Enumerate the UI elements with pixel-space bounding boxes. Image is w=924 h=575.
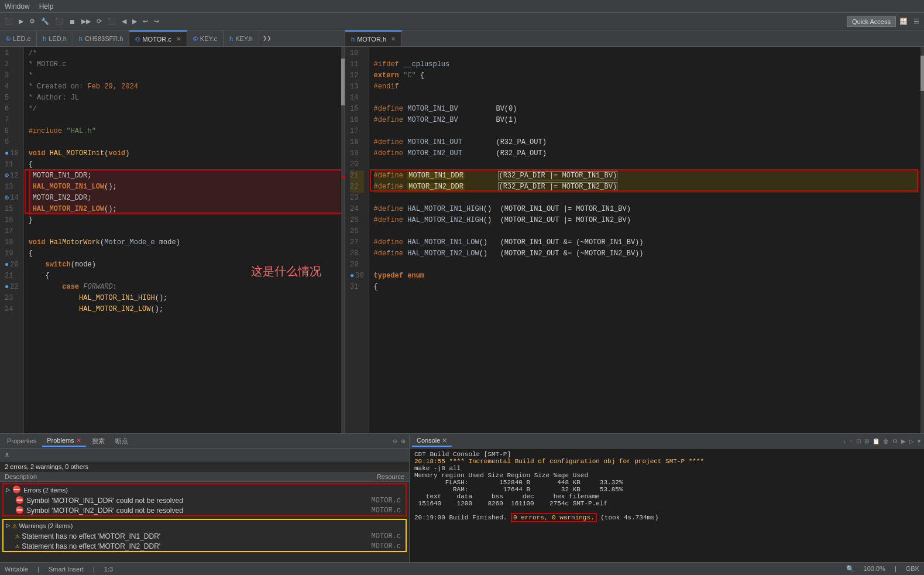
console-btn-2[interactable]: ⊞: [863, 437, 870, 446]
problems-tabbar: Properties Problems ✕ 搜索 断点 ⊖ ⊕: [0, 434, 409, 449]
right-editor: h MOTOR.h ✕ 10 11 12 13 14 15 16: [345, 30, 924, 433]
toolbar-btn-3[interactable]: ⚙: [27, 16, 37, 26]
toolbar-btn-12[interactable]: ↩: [140, 16, 150, 26]
console-output[interactable]: CDT Build Console [SMT-P] 20:18:55 **** …: [410, 449, 924, 562]
toolbar-btn-2[interactable]: ▶: [16, 16, 26, 26]
breakpoints-tab[interactable]: 断点: [111, 436, 133, 447]
toolbar-btn-4[interactable]: 🔧: [39, 16, 51, 26]
toolbar-btn-5[interactable]: ⬛: [53, 16, 66, 26]
console-finish-line: 20:19:00 Build Finished. 0 errors, 0 war…: [414, 514, 919, 521]
line-numbers-right: 10 11 12 13 14 15 16 17 18 19 20 21 22 2…: [345, 47, 369, 433]
toolbar-btn-1[interactable]: ⬛: [2, 16, 15, 26]
tab-overflow[interactable]: ❯❯: [259, 30, 274, 46]
quick-access-button[interactable]: Quick Access: [847, 16, 896, 27]
file-icon-2: h: [43, 35, 46, 42]
build-result-highlight: 0 errors, 0 warnings.: [511, 513, 597, 522]
console-close-icon[interactable]: ✕: [442, 437, 447, 444]
console-btn-4[interactable]: 🗑: [882, 437, 890, 446]
console-btn-1[interactable]: ⊡: [855, 437, 862, 446]
motor-c-content[interactable]: 1 2 3 4 5 6 7 8 9 ●10 11 ⚙12 13 ⚙14: [0, 47, 345, 433]
problems-tab[interactable]: Problems ✕: [42, 436, 86, 447]
left-editor: © LED.c h LED.h h CH583SFR.h © MOTOR.c ✕: [0, 30, 345, 433]
problems-count: 2 errors, 2 warnings, 0 others: [0, 461, 409, 472]
motor-c-code[interactable]: /* * MOTOR.c * * Created on: Feb 29, 202…: [24, 47, 345, 433]
menu-help[interactable]: Help: [39, 2, 54, 11]
toolbar-btn-11[interactable]: ▶: [130, 16, 139, 26]
console-line-4: FLASH: 152840 B 448 KB 33.32%: [414, 479, 919, 486]
warning-row-1[interactable]: ⚠ Statement has no effect 'MOTOR_IN1_DDR…: [4, 531, 406, 541]
status-divider-3: |: [895, 565, 896, 573]
error-row-2[interactable]: ⛔ Symbol 'MOTOR_IN2_DDR' could not be re…: [4, 505, 406, 515]
toolbar-btn-layout[interactable]: ☰: [911, 16, 922, 26]
console-dropdown[interactable]: ▾: [916, 437, 922, 446]
console-up-btn[interactable]: ↑: [849, 437, 854, 446]
problems-table-header: Description Resource: [0, 472, 409, 482]
tab-motor-c[interactable]: © MOTOR.c ✕: [129, 30, 187, 46]
file-icon: ©: [6, 35, 11, 42]
console-panel: Console ✕ ↓ ↑ ⊡ ⊞ 📋 🗑 ⚙ ▶ ▷ ▾ CDT Build: [410, 434, 924, 562]
tab-ch583sfr-h[interactable]: h CH583SFR.h: [73, 30, 130, 46]
console-title-line: CDT Build Console [SMT-P]: [414, 451, 919, 458]
errors-group: ▷ ⛔ Errors (2 items) ⛔ Symbol 'MOTOR_IN1…: [2, 483, 407, 516]
warnings-group-header[interactable]: ▷ ⚠ Warnings (2 items): [4, 520, 406, 531]
errors-group-header[interactable]: ▷ ⛔ Errors (2 items): [4, 484, 406, 495]
menubar: Window Help: [0, 0, 924, 13]
error-row-1[interactable]: ⛔ Symbol 'MOTOR_IN1_DDR' could not be re…: [4, 495, 406, 505]
scrollbar-thumb-right[interactable]: [920, 56, 924, 91]
toolbar-btn-8[interactable]: ⟳: [94, 16, 104, 26]
statusbar: Writable | Smart Insert | 1:3 🔍 100.0% |…: [0, 562, 924, 575]
tab-key-h[interactable]: h KEY.h: [224, 30, 259, 46]
console-btn-7[interactable]: ▷: [908, 437, 915, 446]
scroll-marker-error: [341, 176, 345, 177]
console-down-btn[interactable]: ↓: [842, 437, 847, 446]
left-tabbar: © LED.c h LED.h h CH583SFR.h © MOTOR.c ✕: [0, 30, 345, 47]
warnings-group: ▷ ⚠ Warnings (2 items) ⚠ Statement has n…: [2, 519, 407, 552]
toolbar-btn-10[interactable]: ◀: [119, 16, 129, 26]
problems-collapse-btn[interactable]: ∧: [0, 449, 409, 461]
close-motor-h-icon[interactable]: ✕: [391, 36, 396, 42]
bottom-panels: Properties Problems ✕ 搜索 断点 ⊖ ⊕ ∧ 2 erro…: [0, 433, 924, 562]
problems-close-icon[interactable]: ✕: [76, 437, 81, 444]
console-tab[interactable]: Console ✕: [412, 436, 452, 447]
toolbar-btn-7[interactable]: ▶▶: [79, 16, 93, 26]
expand-all-btn[interactable]: ⊕: [400, 437, 407, 446]
status-divider-2: |: [93, 566, 95, 573]
status-divider-1: |: [37, 566, 39, 573]
tab-motor-h[interactable]: h MOTOR.h ✕: [345, 30, 402, 46]
scrollbar-left[interactable]: [341, 47, 345, 433]
toolbar-btn-view[interactable]: 🪟: [897, 16, 910, 26]
problems-panel: Properties Problems ✕ 搜索 断点 ⊖ ⊕ ∧ 2 erro…: [0, 434, 410, 562]
motor-h-content[interactable]: 10 11 12 13 14 15 16 17 18 19 20 21 22 2…: [345, 47, 924, 433]
toolbar-btn-13[interactable]: ↪: [152, 16, 162, 26]
console-line-3: Memory region Used Size Region Size %age…: [414, 472, 919, 479]
error-icon-2: ⛔: [15, 506, 24, 515]
warning-row-2[interactable]: ⚠ Statement has no effect 'MOTOR_IN2_DDR…: [4, 541, 406, 551]
expand-errors-icon: ▷: [6, 485, 10, 494]
menu-window[interactable]: Window: [5, 2, 30, 11]
warn-icon-1: ⚠: [15, 532, 19, 540]
tab-led-h[interactable]: h LED.h: [37, 30, 73, 46]
search-tab[interactable]: 搜索: [87, 436, 109, 447]
console-line-6: text data bss dec hex filename: [414, 493, 919, 500]
toolbar-btn-6[interactable]: ⏹: [67, 17, 78, 26]
scrollbar-thumb-left[interactable]: [341, 59, 345, 105]
close-motor-c-icon[interactable]: ✕: [176, 36, 181, 42]
file-icon-5: ©: [193, 35, 198, 42]
console-btn-3[interactable]: 📋: [871, 437, 881, 446]
tab-led-c[interactable]: © LED.c: [0, 30, 37, 46]
console-btn-6[interactable]: ▶: [900, 437, 907, 446]
right-tabbar: h MOTOR.h ✕: [345, 30, 924, 47]
toolbar-btn-9[interactable]: ⬛: [105, 16, 118, 26]
warning-icon: ⚠: [12, 521, 16, 530]
line-numbers-left: 1 2 3 4 5 6 7 8 9 ●10 11 ⚙12 13 ⚙14: [0, 47, 24, 433]
collapse-all-btn[interactable]: ⊖: [391, 437, 399, 446]
file-icon-6: h: [229, 35, 233, 42]
toolbar: ⬛ ▶ ⚙ 🔧 ⬛ ⏹ ▶▶ ⟳ ⬛ ◀ ▶ ↩ ↪ Quick Access …: [0, 13, 924, 30]
properties-tab[interactable]: Properties: [2, 436, 41, 446]
status-position: 1:3: [104, 566, 113, 573]
scrollbar-right[interactable]: [920, 47, 924, 433]
file-icon-4: ©: [135, 36, 140, 43]
tab-key-c[interactable]: © KEY.c: [187, 30, 224, 46]
console-btn-5[interactable]: ⚙: [891, 437, 899, 446]
motor-h-code[interactable]: #ifdef __cplusplus extern "C" { #endif #…: [369, 47, 924, 433]
